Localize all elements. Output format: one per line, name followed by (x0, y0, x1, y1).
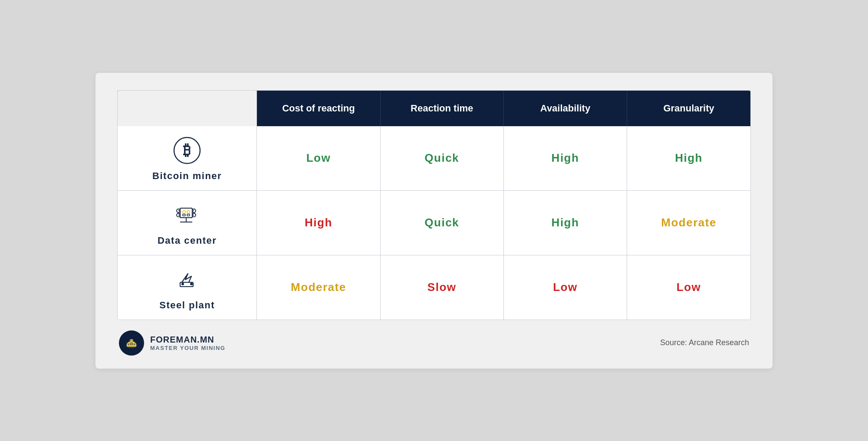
brand-name: FOREMAN.MN (150, 334, 225, 345)
comparison-table: Cost of reacting Reaction time Availabil… (118, 91, 750, 320)
entity-icon-wrap: ₿ (126, 135, 248, 166)
svg-rect-6 (187, 214, 190, 216)
cell-availability-0: High (503, 126, 627, 191)
cell-cost-2: Moderate (257, 255, 380, 320)
brand-logo-icon (124, 335, 139, 351)
entity-label: Bitcoin miner (126, 170, 248, 182)
svg-point-20 (181, 283, 184, 285)
table-row: Data center HighQuickHighModerate (118, 190, 750, 255)
svg-rect-2 (180, 208, 192, 218)
comparison-table-wrapper: Cost of reacting Reaction time Availabil… (117, 90, 751, 320)
svg-rect-3 (183, 211, 185, 213)
cell-granularity-2: Low (627, 255, 750, 320)
cell-cost-1: High (257, 190, 380, 255)
cell-reaction-2: Slow (380, 255, 503, 320)
entity-cell-1: Data center (118, 190, 257, 255)
source-text: Source: Arcane Research (660, 338, 749, 347)
cell-granularity-0: High (627, 126, 750, 191)
brand-logo (119, 330, 144, 356)
entity-cell-0: ₿ Bitcoin miner (118, 126, 257, 191)
svg-text:₿: ₿ (183, 142, 191, 158)
brand: FOREMAN.MN MASTER YOUR MINING (119, 330, 225, 356)
svg-rect-5 (183, 214, 185, 216)
header-cost: Cost of reacting (257, 91, 380, 126)
table-row: ₿ Bitcoin miner LowQuickHighHigh (118, 126, 750, 191)
svg-point-25 (131, 343, 132, 344)
cell-reaction-0: Quick (380, 126, 503, 191)
header-granularity: Granularity (627, 91, 750, 126)
entity-icon-wrap (126, 264, 248, 295)
header-entity-col (118, 91, 257, 126)
entity-cell-2: Steel plant (118, 255, 257, 320)
cell-reaction-1: Quick (380, 190, 503, 255)
cell-availability-1: High (503, 190, 627, 255)
entity-icon-wrap (126, 199, 248, 231)
cell-cost-0: Low (257, 126, 380, 191)
table-row: Steel plant ModerateSlowLowLow (118, 255, 750, 320)
header-reaction: Reaction time (380, 91, 503, 126)
header-availability: Availability (503, 91, 627, 126)
svg-rect-4 (187, 211, 190, 213)
entity-label: Data center (126, 235, 248, 246)
brand-tagline: MASTER YOUR MINING (150, 345, 225, 352)
footer: FOREMAN.MN MASTER YOUR MINING Source: Ar… (117, 330, 751, 356)
main-card: Cost of reacting Reaction time Availabil… (95, 73, 773, 369)
cell-availability-2: Low (503, 255, 627, 320)
cell-granularity-1: Moderate (627, 190, 750, 255)
brand-text: FOREMAN.MN MASTER YOUR MINING (150, 334, 225, 352)
entity-label: Steel plant (126, 300, 248, 311)
svg-point-21 (190, 283, 193, 285)
